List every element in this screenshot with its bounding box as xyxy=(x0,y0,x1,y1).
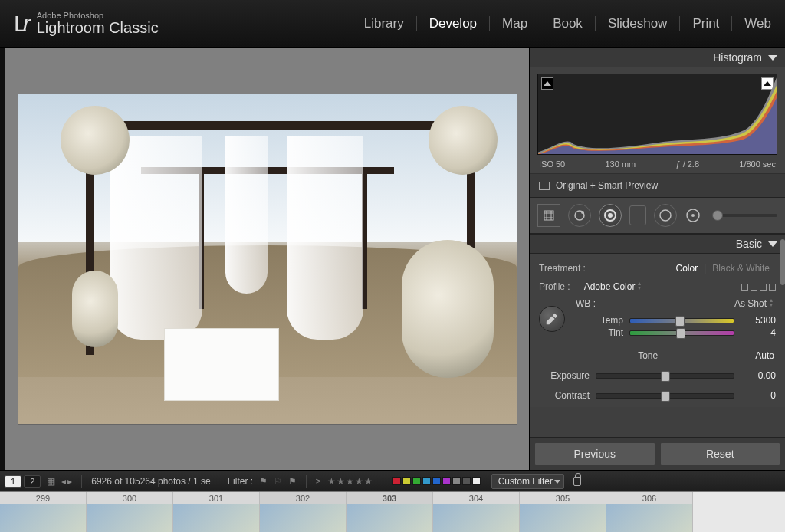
preview-status-row[interactable]: Original + Smart Preview xyxy=(530,173,785,197)
collapse-icon xyxy=(768,241,777,247)
radial-filter-tool[interactable] xyxy=(654,204,677,227)
thumb-image xyxy=(0,504,86,532)
wb-dropdown[interactable]: As Shot▴▾ xyxy=(734,298,773,309)
wb-eyedropper-tool[interactable] xyxy=(539,306,565,332)
filmstrip-thumb[interactable]: 303 xyxy=(347,492,433,532)
right-panel: Histogram ISO 50 130 mm ƒ / 2.8 1/800 se… xyxy=(529,48,785,470)
profile-label: Profile : xyxy=(539,281,570,292)
thumb-image xyxy=(347,504,432,532)
tint-label: Tint xyxy=(573,327,623,338)
logo-mark: Lr xyxy=(14,11,29,37)
color-swatch[interactable] xyxy=(462,477,471,485)
filmstrip-thumb[interactable]: 302 xyxy=(260,492,347,532)
temp-value[interactable]: 5300 xyxy=(741,315,776,326)
exif-iso: ISO 50 xyxy=(539,159,565,169)
brush-tool[interactable] xyxy=(685,204,701,227)
contrast-value[interactable]: 0 xyxy=(741,390,776,401)
basic-header[interactable]: Basic xyxy=(530,234,785,254)
histogram-title: Histogram xyxy=(713,51,762,64)
contrast-slider[interactable] xyxy=(596,393,734,399)
rating-gte-icon[interactable]: ≥ xyxy=(316,476,321,487)
module-tab-library[interactable]: Library xyxy=(352,16,417,31)
brand-main: Lightroom Classic xyxy=(37,20,159,35)
filmstrip-thumb[interactable]: 305 xyxy=(520,492,606,532)
color-swatch[interactable] xyxy=(472,477,481,485)
filmstrip[interactable]: 299300301302303304305306 xyxy=(0,491,785,532)
filter-lock-icon[interactable] xyxy=(573,477,581,486)
thumb-index: 304 xyxy=(433,492,519,504)
display-1[interactable]: 1 xyxy=(5,475,21,488)
profile-value[interactable]: Adobe Color▴▾ xyxy=(584,281,642,292)
color-swatch[interactable] xyxy=(432,477,441,485)
prev-photo-icon[interactable]: ◂ xyxy=(61,476,66,487)
rating-filter[interactable]: ★★★★★ xyxy=(327,476,373,487)
temp-slider[interactable] xyxy=(629,318,734,323)
color-swatch[interactable] xyxy=(392,477,401,485)
svg-point-9 xyxy=(660,210,671,221)
module-tab-print[interactable]: Print xyxy=(680,16,732,31)
mask-amount-slider[interactable] xyxy=(712,214,777,217)
treatment-bw[interactable]: Black & White xyxy=(706,261,776,275)
photo-count-status[interactable]: 6926 of 105264 photos / 1 se xyxy=(91,476,210,487)
thumb-image xyxy=(173,504,259,532)
thumb-index: 306 xyxy=(606,492,692,504)
next-photo-icon[interactable]: ▸ xyxy=(67,476,72,487)
temp-label: Temp xyxy=(573,315,623,326)
flag-picked-icon[interactable]: ⚑ xyxy=(259,476,268,487)
histogram-header[interactable]: Histogram xyxy=(530,48,785,67)
thumb-image xyxy=(606,504,692,532)
treatment-color[interactable]: Color xyxy=(669,261,704,275)
tint-slider[interactable] xyxy=(629,330,734,336)
flag-unflagged-icon[interactable]: ⚐ xyxy=(274,476,282,487)
exposure-label: Exposure xyxy=(539,370,590,381)
previous-button[interactable]: Previous xyxy=(534,442,655,465)
graduated-filter-tool[interactable] xyxy=(629,205,646,225)
svg-point-8 xyxy=(608,213,613,218)
app-logo: Lr Adobe Photoshop Lightroom Classic xyxy=(14,11,159,37)
color-swatch[interactable] xyxy=(412,477,421,485)
thumb-image xyxy=(433,504,519,532)
image-canvas[interactable] xyxy=(5,48,529,470)
svg-point-11 xyxy=(691,214,695,217)
basic-title: Basic xyxy=(736,238,762,250)
exif-shutter: 1/800 sec xyxy=(739,159,776,169)
secondary-display-toggle[interactable]: 1 2 xyxy=(5,475,41,488)
tint-value[interactable]: – 4 xyxy=(741,327,776,338)
crop-tool[interactable] xyxy=(537,204,560,227)
svg-point-6 xyxy=(581,211,584,214)
module-tab-map[interactable]: Map xyxy=(490,16,540,31)
thumb-image xyxy=(520,504,606,532)
spot-removal-tool[interactable] xyxy=(568,204,591,227)
left-panel-collapsed[interactable] xyxy=(0,48,5,470)
grid-view-icon[interactable]: ▦ xyxy=(47,476,55,487)
display-2[interactable]: 2 xyxy=(24,475,41,488)
filmstrip-thumb[interactable]: 304 xyxy=(433,492,520,532)
filmstrip-thumb[interactable]: 299 xyxy=(0,492,87,532)
exposure-value[interactable]: 0.00 xyxy=(741,370,776,381)
histogram-panel: ISO 50 130 mm ƒ / 2.8 1/800 sec xyxy=(530,67,785,173)
redeye-tool[interactable] xyxy=(599,204,622,227)
flag-rejected-icon[interactable]: ⚑ xyxy=(288,476,297,487)
filmstrip-thumb[interactable]: 306 xyxy=(606,492,693,532)
custom-filter-dropdown[interactable]: Custom Filter xyxy=(491,474,564,489)
color-swatch[interactable] xyxy=(402,477,411,485)
tone-auto-button[interactable]: Auto xyxy=(755,350,774,361)
color-swatch[interactable] xyxy=(422,477,431,485)
main-photo xyxy=(18,94,517,424)
reset-button[interactable]: Reset xyxy=(660,442,781,465)
filmstrip-thumb[interactable]: 301 xyxy=(173,492,260,532)
module-tab-web[interactable]: Web xyxy=(732,16,771,31)
exposure-slider[interactable] xyxy=(596,373,734,379)
filter-label: Filter : xyxy=(228,476,253,487)
color-swatch[interactable] xyxy=(452,477,461,485)
module-tab-slideshow[interactable]: Slideshow xyxy=(596,16,681,31)
color-swatch[interactable] xyxy=(442,477,451,485)
color-label-filter[interactable] xyxy=(392,477,481,485)
histogram-graph[interactable] xyxy=(537,74,777,155)
thumb-image xyxy=(87,504,172,532)
module-tab-book[interactable]: Book xyxy=(540,16,596,31)
filmstrip-thumb[interactable]: 300 xyxy=(87,492,173,532)
module-tab-develop[interactable]: Develop xyxy=(417,16,490,31)
panel-scrollbar[interactable] xyxy=(780,239,785,285)
profile-browser-icon[interactable] xyxy=(741,284,776,291)
